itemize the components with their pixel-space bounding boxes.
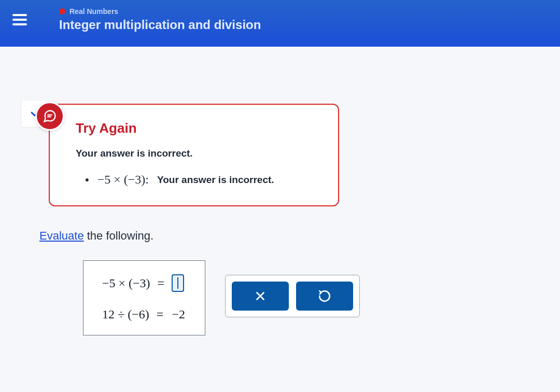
evaluate-link[interactable]: Evaluate xyxy=(39,229,84,242)
bullet-icon: • xyxy=(85,173,89,187)
problem-1: −5 × (−3) = xyxy=(102,274,186,292)
undo-icon xyxy=(318,289,331,303)
p1-answer-input[interactable] xyxy=(172,274,184,292)
feedback-bubble-icon xyxy=(35,102,64,131)
control-panel xyxy=(225,275,360,317)
p1-eq: = xyxy=(158,276,165,290)
p2-answer: −2 xyxy=(171,307,186,321)
problem-2: 12 ÷ (−6) = −2 xyxy=(102,307,186,321)
feedback-body: Your answer is incorrect. xyxy=(76,148,320,159)
content-area: Try Again Your answer is incorrect. • −5… xyxy=(0,104,560,356)
category-label: Real Numbers xyxy=(69,7,118,16)
category-dot-icon xyxy=(59,8,65,15)
problem-box: −5 × (−3) = 12 ÷ (−6) = −2 xyxy=(83,260,205,335)
instruction: Evaluate the following. xyxy=(39,229,539,243)
feedback-card: Try Again Your answer is incorrect. • −5… xyxy=(49,104,339,206)
p2-lhs: 12 ÷ (−6) xyxy=(102,307,149,321)
x-icon xyxy=(254,289,267,303)
feedback-item-expr: −5 × (−3): xyxy=(97,173,149,187)
instruction-rest: the following. xyxy=(84,229,154,242)
feedback-item: • −5 × (−3): Your answer is incorrect. xyxy=(76,173,320,187)
reset-button[interactable] xyxy=(296,282,353,311)
header-text: Real Numbers Integer multiplication and … xyxy=(59,7,261,32)
p2-eq: = xyxy=(157,307,164,321)
clear-button[interactable] xyxy=(232,282,289,311)
feedback-title: Try Again xyxy=(76,120,320,136)
p1-lhs: −5 × (−3) xyxy=(102,276,150,290)
page-title: Integer multiplication and division xyxy=(59,18,261,32)
work-row: −5 × (−3) = 12 ÷ (−6) = −2 xyxy=(83,260,539,335)
feedback-item-text: Your answer is incorrect. xyxy=(157,174,274,186)
header-category: Real Numbers xyxy=(59,7,261,16)
cursor-icon xyxy=(177,277,178,289)
app-header: Real Numbers Integer multiplication and … xyxy=(0,0,560,47)
menu-icon[interactable] xyxy=(10,12,29,27)
